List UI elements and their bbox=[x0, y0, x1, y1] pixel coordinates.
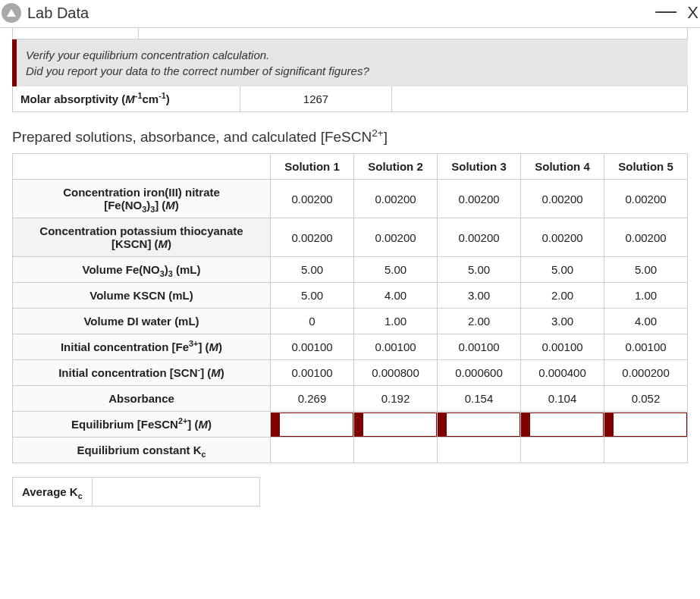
cell: 0.00100 bbox=[354, 334, 438, 360]
cell: 0.00200 bbox=[604, 218, 688, 257]
input-cell[interactable] bbox=[604, 412, 688, 437]
close-button[interactable]: X bbox=[687, 3, 698, 23]
error-marker-icon bbox=[354, 412, 363, 437]
alert-line-1: Verify your equilibrium concentration ca… bbox=[26, 47, 679, 63]
error-marker-icon bbox=[438, 412, 447, 437]
row-label: Equilibrium [FeSCN2+] (M) bbox=[13, 412, 271, 437]
cell: 5.00 bbox=[604, 257, 688, 283]
cell: 0.00200 bbox=[604, 180, 688, 218]
cell: 0.00100 bbox=[604, 334, 688, 360]
cell: 5.00 bbox=[354, 257, 438, 283]
cell: 0.00200 bbox=[354, 180, 438, 218]
col-solution-3: Solution 3 bbox=[438, 154, 521, 180]
cell: 0.00200 bbox=[271, 180, 354, 218]
data-table: Solution 1 Solution 2 Solution 3 Solutio… bbox=[12, 153, 688, 463]
input-cell[interactable] bbox=[438, 412, 521, 437]
error-marker-icon bbox=[521, 412, 530, 437]
section-title: Prepared solutions, absorbance, and calc… bbox=[12, 129, 688, 146]
cell: 5.00 bbox=[271, 283, 354, 309]
row-absorbance: Absorbance 0.269 0.192 0.154 0.104 0.052 bbox=[13, 386, 688, 412]
app-logo-icon bbox=[2, 3, 21, 23]
header-row: Solution 1 Solution 2 Solution 3 Solutio… bbox=[13, 154, 688, 180]
cell: 0.00100 bbox=[521, 334, 604, 360]
row-label: Concentration iron(III) nitrate [Fe(NO3)… bbox=[13, 180, 271, 218]
row-init-scn: Initial concentration [SCN-] (M) 0.00100… bbox=[13, 360, 688, 386]
cell: 0.00200 bbox=[521, 218, 604, 257]
cell: 0.00200 bbox=[521, 180, 604, 218]
cell: 0.00100 bbox=[438, 334, 521, 360]
window-header: Lab Data — X bbox=[0, 0, 700, 28]
cell: 0.00200 bbox=[438, 218, 521, 257]
kc-input[interactable] bbox=[521, 437, 604, 463]
molar-absorptivity-row: Molar absorptivity (M-1cm-1) 1267 bbox=[12, 86, 688, 112]
row-vol-feno3: Volume Fe(NO3)3 (mL) 5.00 5.00 5.00 5.00… bbox=[13, 257, 688, 283]
cell: 4.00 bbox=[604, 309, 688, 334]
average-kc-label: Average Kc bbox=[13, 478, 93, 506]
header-empty bbox=[13, 154, 271, 180]
cell: 4.00 bbox=[354, 283, 438, 309]
col-solution-1: Solution 1 bbox=[271, 154, 354, 180]
average-kc-box: Average Kc bbox=[12, 477, 260, 506]
cell: 0 bbox=[271, 309, 354, 334]
kc-input[interactable] bbox=[604, 437, 688, 463]
molar-absorptivity-value: 1267 bbox=[240, 86, 392, 111]
equilibrium-input[interactable] bbox=[614, 412, 687, 437]
average-kc-value[interactable] bbox=[93, 478, 259, 506]
row-vol-di-water: Volume DI water (mL) 0 1.00 2.00 3.00 4.… bbox=[13, 309, 688, 334]
cell: 0.000600 bbox=[438, 360, 521, 386]
col-solution-4: Solution 4 bbox=[521, 154, 604, 180]
cell: 0.052 bbox=[604, 386, 688, 412]
cell: 0.154 bbox=[438, 386, 521, 412]
row-equilibrium-kc: Equilibrium constant Kc bbox=[13, 437, 688, 463]
row-equilibrium-fescn: Equilibrium [FeSCN2+] (M) bbox=[13, 412, 688, 437]
equilibrium-input[interactable] bbox=[530, 412, 604, 437]
cell: 2.00 bbox=[521, 283, 604, 309]
spacer-row bbox=[12, 28, 688, 39]
input-cell[interactable] bbox=[521, 412, 604, 437]
cell: 0.192 bbox=[354, 386, 438, 412]
kc-input[interactable] bbox=[354, 437, 438, 463]
input-cell[interactable] bbox=[271, 412, 354, 437]
cell: 5.00 bbox=[438, 257, 521, 283]
validation-alert: Verify your equilibrium concentration ca… bbox=[12, 39, 688, 86]
col-solution-2: Solution 2 bbox=[354, 154, 438, 180]
row-label: Volume Fe(NO3)3 (mL) bbox=[13, 257, 271, 283]
cell: 0.00200 bbox=[271, 218, 354, 257]
input-cell[interactable] bbox=[354, 412, 438, 437]
col-solution-5: Solution 5 bbox=[604, 154, 688, 180]
cell: 5.00 bbox=[271, 257, 354, 283]
cell: 0.269 bbox=[271, 386, 354, 412]
cell: 0.00100 bbox=[271, 334, 354, 360]
cell: 3.00 bbox=[438, 283, 521, 309]
cell: 5.00 bbox=[521, 257, 604, 283]
row-label: Initial concentration [SCN-] (M) bbox=[13, 360, 271, 386]
kc-input[interactable] bbox=[271, 437, 354, 463]
equilibrium-input[interactable] bbox=[447, 412, 520, 437]
cell: 0.00200 bbox=[354, 218, 438, 257]
cell: 2.00 bbox=[438, 309, 521, 334]
row-init-fe: Initial concentration [Fe3+] (M) 0.00100… bbox=[13, 334, 688, 360]
row-conc-iron-nitrate: Concentration iron(III) nitrate [Fe(NO3)… bbox=[13, 180, 688, 218]
row-label: Absorbance bbox=[13, 386, 271, 412]
cell: 0.00100 bbox=[271, 360, 354, 386]
cell: 0.00200 bbox=[438, 180, 521, 218]
minimize-button[interactable]: — bbox=[655, 7, 676, 19]
row-vol-kscn: Volume KSCN (mL) 5.00 4.00 3.00 2.00 1.0… bbox=[13, 283, 688, 309]
cell: 0.000200 bbox=[604, 360, 688, 386]
row-label: Volume KSCN (mL) bbox=[13, 283, 271, 309]
equilibrium-input[interactable] bbox=[363, 412, 437, 437]
row-label: Concentration potassium thiocyanate [KSC… bbox=[13, 218, 271, 257]
cell: 3.00 bbox=[521, 309, 604, 334]
alert-line-2: Did you report your data to the correct … bbox=[26, 63, 679, 79]
kc-input[interactable] bbox=[438, 437, 521, 463]
cell: 0.000400 bbox=[521, 360, 604, 386]
cell: 0.000800 bbox=[354, 360, 438, 386]
cell: 1.00 bbox=[354, 309, 438, 334]
row-label: Volume DI water (mL) bbox=[13, 309, 271, 334]
cell: 0.104 bbox=[521, 386, 604, 412]
error-marker-icon bbox=[604, 412, 614, 437]
cell: 1.00 bbox=[604, 283, 688, 309]
row-label: Initial concentration [Fe3+] (M) bbox=[13, 334, 271, 360]
equilibrium-input[interactable] bbox=[280, 412, 353, 437]
molar-absorptivity-label: Molar absorptivity (M-1cm-1) bbox=[13, 86, 240, 111]
